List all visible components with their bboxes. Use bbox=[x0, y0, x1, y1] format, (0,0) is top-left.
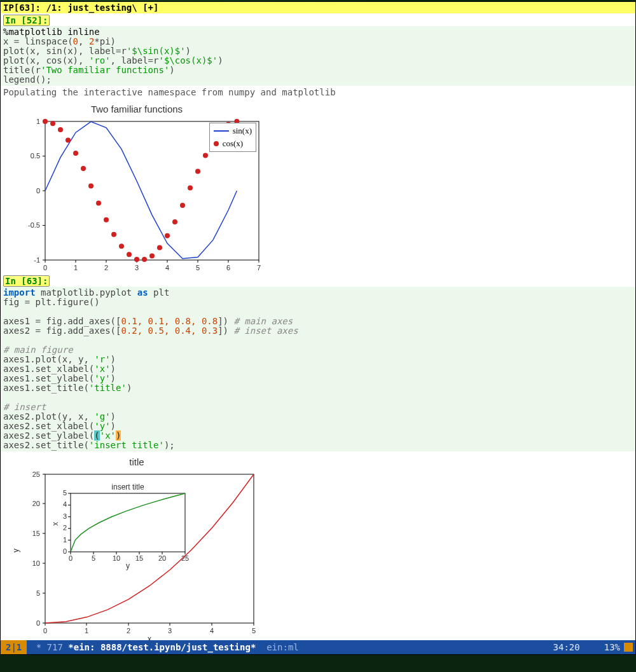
svg-text:20: 20 bbox=[158, 554, 166, 562]
svg-point-29 bbox=[58, 127, 63, 132]
svg-point-42 bbox=[157, 245, 162, 250]
cell1-input[interactable]: %matplotlib inline x = linspace(0, 2*pi)… bbox=[1, 26, 635, 86]
svg-text:5: 5 bbox=[252, 627, 256, 634]
svg-point-48 bbox=[203, 153, 208, 158]
window-title: IP[63]: /1: just_testing\ [+] bbox=[1, 2, 635, 13]
cell1-chart: Two familiar functions -1 -0.5 0 0.5 1 0 bbox=[1, 99, 635, 274]
modeline-left-badge: 2|1 bbox=[1, 640, 27, 654]
svg-text:0: 0 bbox=[36, 187, 40, 195]
svg-text:10: 10 bbox=[113, 554, 120, 562]
svg-point-27 bbox=[43, 119, 48, 124]
svg-text:-0.5: -0.5 bbox=[28, 221, 40, 229]
svg-text:1: 1 bbox=[63, 536, 67, 544]
svg-point-31 bbox=[73, 151, 78, 156]
svg-text:3: 3 bbox=[168, 627, 172, 634]
svg-text:5: 5 bbox=[36, 589, 40, 597]
svg-text:4: 4 bbox=[63, 500, 67, 508]
chart2-svg: 0 5 10 15 20 25 0 1 2 3 4 5 bbox=[10, 469, 264, 642]
svg-text:0: 0 bbox=[63, 547, 67, 555]
svg-text:0: 0 bbox=[36, 619, 40, 627]
modeline-percent: 13% bbox=[604, 642, 620, 652]
svg-point-40 bbox=[142, 257, 147, 262]
svg-text:6: 6 bbox=[226, 264, 230, 271]
modeline-position: 34:20 bbox=[553, 642, 580, 652]
svg-point-35 bbox=[104, 217, 109, 223]
cell2-chart: title 0 5 10 15 20 25 0 bbox=[1, 451, 635, 645]
buffer-content[interactable]: In [52]: %matplotlib inline x = linspace… bbox=[1, 13, 635, 654]
cell1-prompt: In [52]: bbox=[3, 15, 50, 26]
svg-text:25: 25 bbox=[32, 470, 40, 478]
svg-text:1: 1 bbox=[74, 264, 78, 271]
svg-point-47 bbox=[195, 169, 200, 174]
svg-point-34 bbox=[96, 201, 101, 206]
svg-text:25: 25 bbox=[181, 554, 189, 562]
svg-text:20: 20 bbox=[32, 500, 40, 507]
svg-text:-1: -1 bbox=[34, 256, 40, 264]
legend-line-icon bbox=[214, 130, 229, 132]
svg-text:insert title: insert title bbox=[111, 483, 144, 491]
svg-rect-80 bbox=[71, 493, 185, 552]
svg-text:15: 15 bbox=[135, 554, 143, 562]
modeline-indicator-icon bbox=[624, 643, 633, 652]
svg-text:5: 5 bbox=[196, 264, 200, 271]
cell2-prompt: In [63]: bbox=[3, 275, 50, 287]
svg-point-37 bbox=[119, 243, 124, 249]
cell1-stdout: Populating the interactive namespace fro… bbox=[1, 86, 635, 99]
svg-point-41 bbox=[149, 254, 155, 259]
svg-text:2: 2 bbox=[127, 627, 130, 634]
matching-paren: ) bbox=[116, 430, 121, 441]
svg-point-39 bbox=[134, 257, 139, 262]
svg-text:5: 5 bbox=[92, 554, 95, 562]
svg-point-33 bbox=[88, 183, 93, 188]
svg-point-28 bbox=[50, 121, 55, 126]
svg-text:7: 7 bbox=[257, 264, 261, 271]
svg-text:y: y bbox=[126, 561, 130, 570]
svg-text:y: y bbox=[11, 549, 20, 552]
chart1-legend: sin(x) cos(x) bbox=[209, 123, 256, 152]
chart1-title: Two familiar functions bbox=[10, 104, 264, 114]
svg-text:0: 0 bbox=[69, 554, 73, 562]
svg-point-44 bbox=[172, 219, 177, 224]
svg-text:10: 10 bbox=[32, 559, 40, 567]
modeline: 2|1 * 717 *ein: 8888/test.ipynb/just_tes… bbox=[1, 640, 635, 654]
cursor: ( bbox=[94, 430, 99, 441]
svg-text:x: x bbox=[51, 522, 60, 526]
legend-dot-icon bbox=[214, 141, 219, 146]
svg-text:1: 1 bbox=[36, 118, 40, 125]
svg-text:15: 15 bbox=[32, 530, 40, 537]
svg-text:0: 0 bbox=[43, 627, 47, 634]
svg-text:3: 3 bbox=[63, 512, 67, 520]
svg-text:2: 2 bbox=[63, 524, 67, 531]
modeline-filename: *ein: 8888/test.ipynb/just_testing* bbox=[68, 642, 256, 652]
cell2-input[interactable]: import matplotlib.pyplot as plt fig = pl… bbox=[1, 287, 635, 451]
svg-text:3: 3 bbox=[135, 264, 139, 271]
svg-text:4: 4 bbox=[210, 627, 214, 634]
svg-point-32 bbox=[81, 166, 86, 171]
svg-text:2: 2 bbox=[104, 264, 108, 271]
svg-text:1: 1 bbox=[85, 627, 88, 634]
svg-text:0.5: 0.5 bbox=[31, 152, 40, 160]
svg-text:0: 0 bbox=[43, 264, 47, 271]
svg-text:5: 5 bbox=[63, 489, 67, 497]
svg-point-46 bbox=[188, 186, 193, 191]
svg-point-30 bbox=[66, 137, 71, 142]
svg-text:4: 4 bbox=[165, 264, 169, 271]
svg-point-36 bbox=[111, 232, 116, 237]
svg-point-45 bbox=[180, 203, 185, 208]
chart2-title: title bbox=[10, 456, 264, 467]
svg-point-43 bbox=[165, 233, 170, 238]
emacs-window: IP[63]: /1: just_testing\ [+] In [52]: %… bbox=[0, 1, 636, 655]
svg-point-38 bbox=[127, 252, 132, 257]
